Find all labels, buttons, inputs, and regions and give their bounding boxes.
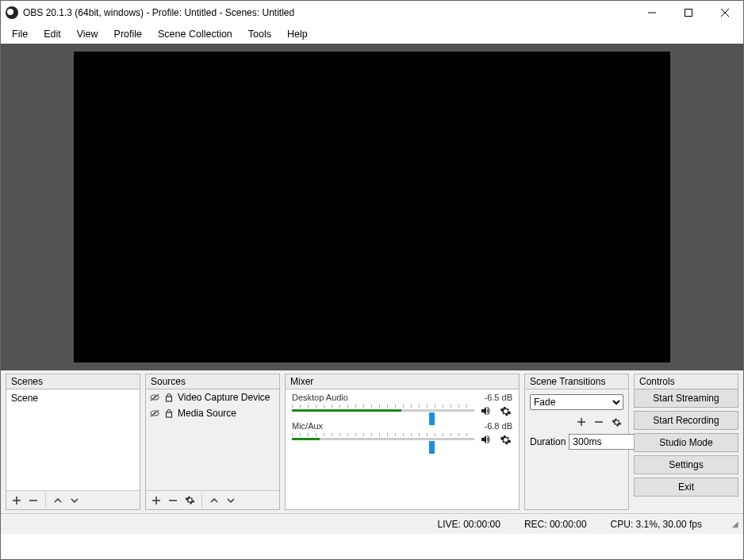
controls-label: Controls bbox=[634, 374, 738, 389]
visibility-toggle-icon[interactable] bbox=[149, 408, 160, 419]
app-icon bbox=[6, 6, 18, 19]
mute-button[interactable] bbox=[479, 404, 493, 418]
scenes-list[interactable]: Scene bbox=[6, 389, 140, 490]
statusbar: LIVE: 00:00:00 REC: 00:00:00 CPU: 3.1%, … bbox=[1, 513, 743, 534]
mixer-channel-mic-aux: Mic/Aux -6.8 dB bbox=[292, 421, 512, 447]
source-item[interactable]: Video Capture Device bbox=[146, 389, 279, 405]
channel-settings-button[interactable] bbox=[498, 432, 512, 447]
move-source-down-button[interactable] bbox=[224, 493, 238, 508]
move-scene-down-button[interactable] bbox=[67, 493, 82, 508]
source-item[interactable]: Media Source bbox=[146, 405, 279, 421]
scene-item[interactable]: Scene bbox=[8, 391, 138, 405]
scenes-toolbar bbox=[6, 490, 140, 509]
close-button[interactable] bbox=[707, 1, 743, 25]
sources-toolbar bbox=[146, 490, 279, 509]
start-streaming-button[interactable]: Start Streaming bbox=[634, 389, 738, 408]
add-scene-button[interactable] bbox=[10, 493, 24, 508]
svg-rect-14 bbox=[167, 412, 172, 417]
mixer-panel: Mixer Desktop Audio -6.5 dB bbox=[285, 374, 520, 510]
mixer-body: Desktop Audio -6.5 dB bbox=[286, 389, 519, 509]
titlebar: OBS 20.1.3 (64bit, windows) - Profile: U… bbox=[1, 1, 743, 25]
separator bbox=[45, 493, 46, 508]
mixer-volume-slider[interactable] bbox=[292, 433, 474, 446]
scenes-panel: Scenes Scene bbox=[6, 374, 140, 510]
start-recording-button[interactable]: Start Recording bbox=[634, 411, 738, 430]
remove-scene-button[interactable] bbox=[26, 493, 40, 508]
visibility-toggle-icon[interactable] bbox=[149, 392, 160, 403]
mixer-label: Mixer bbox=[285, 374, 520, 389]
move-scene-up-button[interactable] bbox=[51, 493, 65, 508]
menu-edit[interactable]: Edit bbox=[36, 27, 69, 41]
sources-list[interactable]: Video Capture Device Media Source bbox=[146, 389, 279, 490]
duration-label: Duration bbox=[530, 436, 566, 447]
minimize-button[interactable] bbox=[634, 1, 670, 25]
studio-mode-button[interactable]: Studio Mode bbox=[634, 433, 738, 452]
menu-scene-collection[interactable]: Scene Collection bbox=[150, 27, 240, 41]
status-rec: REC: 00:00:00 bbox=[524, 519, 587, 530]
transition-select[interactable]: Fade bbox=[530, 394, 623, 410]
preview-canvas[interactable] bbox=[74, 52, 670, 362]
transitions-panel: Scene Transitions Fade Duration ▲ ▼ bbox=[524, 374, 629, 510]
channel-settings-button[interactable] bbox=[498, 404, 512, 418]
add-transition-button[interactable] bbox=[574, 415, 589, 429]
controls-panel: Controls Start Streaming Start Recording… bbox=[634, 374, 738, 510]
source-item-label: Video Capture Device bbox=[178, 392, 270, 403]
source-item-label: Media Source bbox=[178, 408, 236, 419]
mixer-channel-level: -6.5 dB bbox=[485, 393, 512, 402]
mixer-slider-handle[interactable] bbox=[429, 412, 435, 425]
source-properties-button[interactable] bbox=[182, 493, 197, 508]
menu-file[interactable]: File bbox=[4, 27, 36, 41]
mixer-channel-name: Mic/Aux bbox=[292, 421, 323, 431]
add-source-button[interactable] bbox=[149, 493, 163, 508]
svg-rect-10 bbox=[167, 397, 172, 401]
window-title: OBS 20.1.3 (64bit, windows) - Profile: U… bbox=[23, 7, 294, 18]
resize-grip-icon[interactable]: ◢ bbox=[726, 520, 738, 528]
mute-button[interactable] bbox=[479, 432, 493, 447]
move-source-up-button[interactable] bbox=[207, 493, 221, 508]
settings-button[interactable]: Settings bbox=[634, 455, 738, 474]
window-controls bbox=[634, 1, 743, 25]
scene-item-label: Scene bbox=[11, 393, 38, 404]
remove-source-button[interactable] bbox=[166, 493, 180, 508]
menu-profile[interactable]: Profile bbox=[106, 27, 150, 41]
menubar: File Edit View Profile Scene Collection … bbox=[1, 25, 743, 44]
svg-rect-1 bbox=[685, 10, 692, 17]
transitions-label: Scene Transitions bbox=[524, 374, 629, 389]
mixer-volume-slider[interactable] bbox=[292, 405, 474, 417]
mixer-channel-level: -6.8 dB bbox=[485, 421, 512, 431]
mixer-channel-desktop-audio: Desktop Audio -6.5 dB bbox=[292, 393, 512, 418]
lock-icon[interactable] bbox=[163, 408, 174, 419]
maximize-button[interactable] bbox=[670, 1, 707, 25]
sources-panel: Sources Video Capture Device Media Sourc… bbox=[145, 374, 280, 510]
menu-help[interactable]: Help bbox=[279, 27, 316, 41]
exit-button[interactable]: Exit bbox=[634, 478, 738, 497]
remove-transition-button[interactable] bbox=[592, 415, 606, 429]
menu-view[interactable]: View bbox=[69, 27, 106, 41]
status-cpu: CPU: 3.1%, 30.00 fps bbox=[611, 519, 702, 530]
scenes-label: Scenes bbox=[6, 374, 140, 389]
bottom-panels: Scenes Scene Sources Video Capture Devic… bbox=[1, 370, 743, 513]
sources-label: Sources bbox=[145, 374, 280, 389]
transition-properties-button[interactable] bbox=[609, 415, 623, 429]
menu-tools[interactable]: Tools bbox=[240, 27, 279, 41]
mixer-channel-name: Desktop Audio bbox=[292, 393, 348, 402]
mixer-slider-handle[interactable] bbox=[429, 441, 435, 454]
preview-area bbox=[1, 44, 743, 370]
lock-icon[interactable] bbox=[163, 392, 174, 403]
status-live: LIVE: 00:00:00 bbox=[437, 519, 500, 530]
separator bbox=[201, 493, 202, 508]
